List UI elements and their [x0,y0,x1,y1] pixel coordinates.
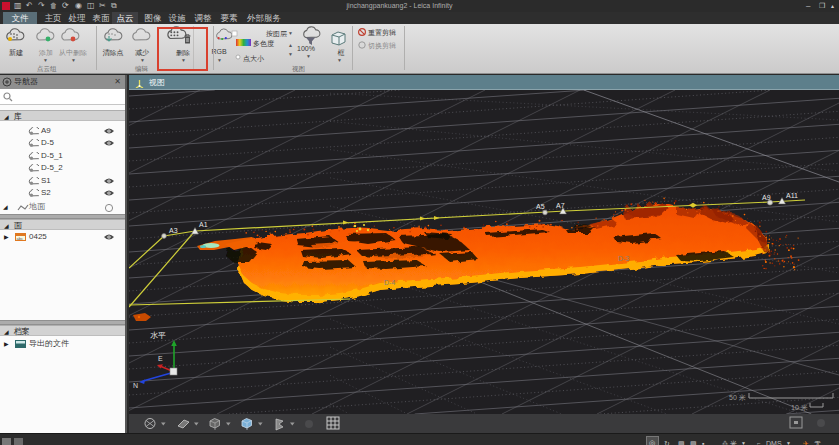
svg-text:E: E [158,355,163,362]
svg-text:A7: A7 [556,202,565,209]
svg-text:A5: A5 [536,203,545,210]
svg-text:D-4: D-4 [384,279,395,286]
svg-text:abc: abc [17,236,23,241]
svg-text:水平: 水平 [150,331,166,340]
svg-text:A11: A11 [786,192,798,199]
svg-text:A9: A9 [762,194,771,201]
svg-text:10 米: 10 米 [791,404,808,411]
svg-text:N: N [133,382,138,389]
svg-text:A3: A3 [169,227,178,234]
svg-text:D-3: D-3 [618,255,629,262]
svg-text:A1: A1 [199,221,208,228]
svg-text:50 米: 50 米 [729,394,746,401]
